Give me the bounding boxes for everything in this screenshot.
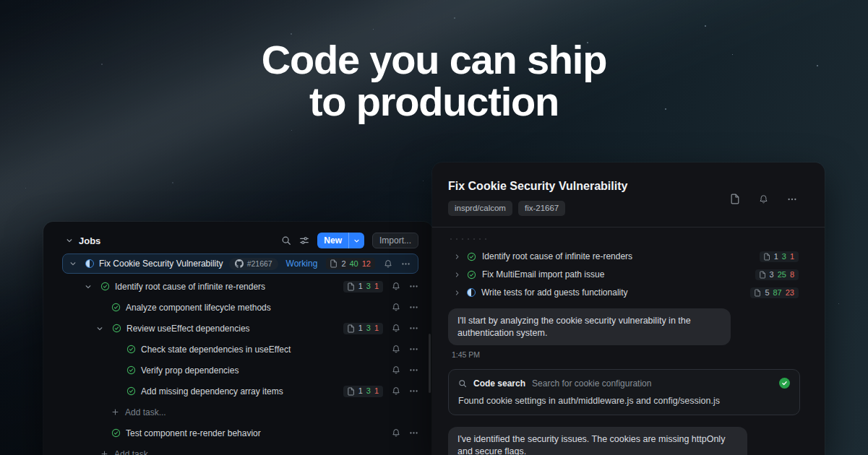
plus-icon — [100, 450, 108, 455]
agent-message: I'll start by analyzing the cookie secur… — [448, 308, 731, 346]
file-icon[interactable] — [731, 194, 740, 204]
new-job-button[interactable]: New — [317, 233, 364, 248]
chevron-down-icon[interactable] — [66, 237, 73, 244]
ellipsis-icon[interactable] — [409, 303, 418, 312]
import-button-label: Import... — [379, 235, 411, 246]
pr-link[interactable]: #21667 — [229, 258, 278, 270]
detail-header: Fix Cookie Security Vulnerability insprd… — [432, 162, 825, 228]
ellipsis-icon[interactable] — [409, 282, 418, 291]
status-in-progress-icon — [467, 288, 476, 297]
removed-count: 12 — [362, 260, 371, 268]
task-row[interactable]: Add missing dependency array items 1 3 1 — [62, 381, 418, 402]
add-task-label: Add task... — [125, 407, 166, 417]
plus-icon — [111, 408, 119, 416]
chevron-right-icon[interactable] — [454, 272, 460, 278]
task-label: Verify prop dependencies — [141, 365, 239, 376]
task-row[interactable]: Test component re-render behavior — [62, 422, 418, 443]
chevron-right-icon[interactable] — [454, 254, 460, 260]
file-icon — [764, 253, 770, 261]
pr-number: #21667 — [247, 259, 272, 268]
bell-icon[interactable] — [392, 324, 400, 333]
removed-count: 23 — [786, 289, 794, 297]
bell-icon[interactable] — [392, 282, 400, 291]
check-circle-icon — [126, 344, 136, 354]
file-icon — [760, 271, 766, 279]
bell-icon[interactable] — [392, 303, 400, 312]
task-row[interactable]: Check state dependencies in useEffect — [62, 339, 418, 360]
file-icon — [348, 282, 355, 291]
ellipsis-icon[interactable] — [409, 324, 418, 333]
added-count: 25 — [778, 271, 786, 279]
task-label: Test component re-render behavior — [126, 428, 261, 438]
bell-icon[interactable] — [392, 365, 400, 375]
file-icon — [348, 324, 355, 333]
diff-badge: 5 87 23 — [750, 287, 799, 298]
new-job-dropdown[interactable] — [348, 233, 364, 248]
add-task-label: Add task... — [114, 449, 155, 455]
removed-count: 1 — [374, 282, 379, 290]
check-circle-icon — [126, 386, 136, 396]
task-row[interactable]: Verify prop dependencies — [62, 360, 418, 381]
add-task-button[interactable]: Add task... — [62, 402, 418, 422]
tool-query: Search for cookie configuration — [532, 378, 651, 389]
files-count: 5 — [765, 289, 769, 297]
task-row[interactable]: Analyze component lifecycle methods — [62, 297, 418, 318]
repo-tag[interactable]: insprd/calcom — [448, 201, 512, 216]
task-label: Write tests for add guests functionality — [481, 287, 628, 298]
check-circle-icon — [112, 324, 121, 333]
files-count: 1 — [358, 387, 363, 395]
github-icon — [235, 259, 244, 268]
ellipsis-icon[interactable] — [409, 365, 418, 375]
task-label: Check state dependencies in useEffect — [141, 344, 291, 355]
hero-line-2: to production — [0, 81, 868, 123]
bell-icon[interactable] — [392, 344, 400, 354]
message-timestamp: 1:45 PM — [452, 350, 809, 359]
diff-badge: 1 3 1 — [760, 251, 799, 262]
chevron-down-icon[interactable] — [69, 260, 77, 267]
diff-badge: 2 40 12 — [326, 258, 375, 269]
bell-icon[interactable] — [392, 386, 400, 396]
detail-task-row[interactable]: Fix MultiEmail import path issue 3 25 8 — [448, 266, 809, 284]
added-count: 3 — [366, 282, 371, 290]
diff-badge: 1 3 1 — [343, 386, 383, 397]
task-label: Add missing dependency array items — [141, 386, 283, 396]
filter-icon[interactable] — [299, 235, 309, 246]
jobs-panel-header: Jobs New Import... — [62, 231, 418, 250]
code-search-card[interactable]: Code search Search for cookie configurat… — [448, 369, 800, 415]
task-row[interactable]: Identify root cause of infinite re-rende… — [62, 276, 418, 297]
bell-icon[interactable] — [392, 428, 400, 438]
status-in-progress-icon — [85, 259, 94, 268]
check-circle-icon — [467, 252, 476, 261]
task-label: Fix MultiEmail import path issue — [482, 269, 604, 280]
add-task-button[interactable]: Add task... — [62, 443, 418, 455]
status-badge: Working — [286, 259, 318, 269]
task-label: Identify root cause of infinite re-rende… — [482, 251, 632, 261]
jobs-panel-title: Jobs — [79, 235, 100, 246]
detail-task-row[interactable]: Write tests for add guests functionality… — [448, 284, 809, 302]
task-label: Review useEffect dependencies — [126, 324, 250, 334]
diff-badge: 3 25 8 — [755, 269, 799, 280]
chevron-right-icon[interactable] — [454, 290, 460, 296]
added-count: 40 — [350, 260, 358, 268]
chevron-down-icon[interactable] — [85, 283, 92, 290]
ellipsis-icon[interactable] — [409, 428, 418, 438]
chevron-down-icon[interactable] — [96, 325, 103, 332]
bell-icon[interactable] — [759, 194, 768, 204]
agent-message: I've identified the security issues. The… — [448, 427, 747, 455]
task-row[interactable]: Review useEffect dependencies 1 3 1 — [62, 318, 418, 339]
ellipsis-icon[interactable] — [409, 386, 418, 396]
removed-count: 1 — [374, 324, 379, 332]
added-count: 3 — [366, 387, 371, 395]
job-row-selected[interactable]: Fix Cookie Security Vulnerability #21667… — [62, 254, 418, 274]
ellipsis-icon[interactable] — [409, 344, 418, 354]
search-icon[interactable] — [281, 235, 291, 246]
bell-icon[interactable] — [384, 259, 392, 269]
import-button[interactable]: Import... — [372, 233, 418, 248]
check-circle-icon — [111, 303, 121, 312]
added-count: 3 — [782, 253, 786, 261]
branch-tag[interactable]: fix-21667 — [518, 201, 565, 216]
scrollbar-thumb[interactable] — [429, 334, 431, 393]
ellipsis-icon[interactable] — [787, 194, 797, 204]
ellipsis-icon[interactable] — [401, 259, 411, 269]
detail-task-row[interactable]: Identify root cause of infinite re-rende… — [448, 248, 809, 266]
